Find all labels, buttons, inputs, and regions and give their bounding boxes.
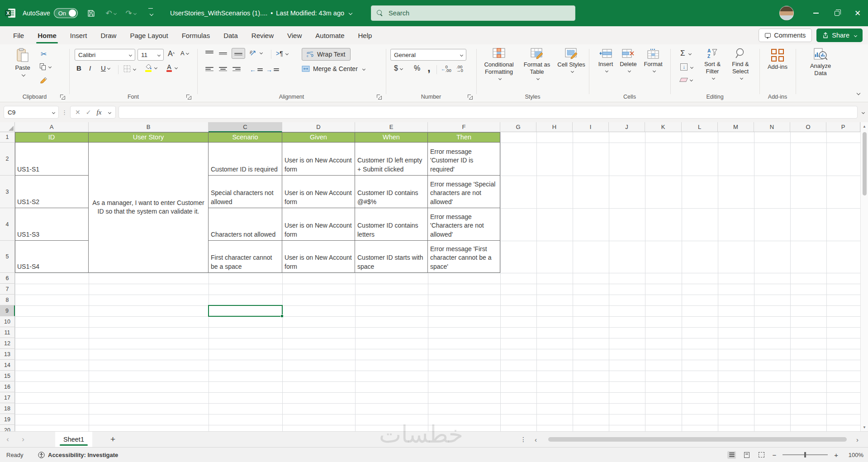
enter-icon[interactable]: ✓: [86, 109, 91, 116]
cancel-icon[interactable]: ✕: [75, 109, 81, 116]
align-bottom-icon[interactable]: [232, 48, 245, 59]
sheet-tab-sheet1[interactable]: Sheet1: [55, 432, 92, 447]
alignment-dialog-launcher-icon[interactable]: [376, 94, 382, 100]
row-header-19[interactable]: 19: [0, 414, 15, 425]
prev-sheet-icon[interactable]: ‹: [0, 435, 15, 444]
tab-draw[interactable]: Draw: [94, 26, 123, 44]
row-header-9[interactable]: 9: [0, 305, 15, 316]
cell-styles-button[interactable]: Cell Styles: [557, 48, 586, 72]
status-mode[interactable]: Ready: [6, 452, 31, 458]
currency-icon[interactable]: $: [394, 64, 403, 72]
sheetbar-menu-icon[interactable]: ⋮: [520, 436, 526, 443]
row-header-18[interactable]: 18: [0, 403, 15, 414]
borders-icon[interactable]: [123, 65, 136, 72]
increase-font-size-icon[interactable]: A^: [168, 50, 175, 58]
hscroll-right-icon[interactable]: ›: [856, 436, 859, 443]
zoom-slider[interactable]: [783, 454, 828, 455]
zoom-in-icon[interactable]: +: [834, 451, 838, 459]
spreadsheet-grid[interactable]: ABCDEFGHIJKLMNOP123456789101112131415161…: [0, 122, 860, 431]
text-direction-icon[interactable]: >¶: [276, 50, 288, 57]
row-header-6[interactable]: 6: [0, 273, 15, 284]
autosave-toggle[interactable]: AutoSave On: [23, 8, 78, 18]
column-header-H[interactable]: H: [536, 122, 573, 132]
cell-D5[interactable]: User is on New Account form: [282, 241, 355, 273]
cell-E3[interactable]: Customer ID contains @#$%: [355, 176, 428, 208]
number-format-select[interactable]: General: [390, 49, 466, 61]
row-header-16[interactable]: 16: [0, 381, 15, 392]
font-dialog-launcher-icon[interactable]: [186, 94, 191, 100]
search-input[interactable]: [388, 9, 569, 17]
tab-review[interactable]: Review: [245, 26, 280, 44]
scroll-down-icon[interactable]: ▼: [863, 425, 866, 429]
decrease-indent-icon[interactable]: ←: [250, 66, 263, 73]
insert-function-icon[interactable]: fx: [96, 109, 101, 116]
tab-home[interactable]: Home: [31, 26, 63, 44]
customize-quick-access-icon[interactable]: [144, 6, 157, 20]
tab-help[interactable]: Help: [351, 26, 379, 44]
cell-D4[interactable]: User is on New Account form: [282, 208, 355, 241]
cell-D2[interactable]: User is on New Account form: [282, 143, 355, 176]
formula-input[interactable]: [119, 106, 858, 119]
conditional-formatting-button[interactable]: Conditional Formatting: [481, 48, 517, 80]
restore-button[interactable]: [826, 0, 847, 26]
horizontal-scroll-thumb[interactable]: [548, 437, 847, 442]
save-icon[interactable]: [84, 6, 98, 20]
delete-cells-button[interactable]: Delete: [617, 49, 640, 72]
add-sheet-button[interactable]: +: [110, 434, 115, 444]
bold-button[interactable]: B: [76, 64, 81, 72]
fill-handle[interactable]: [280, 314, 284, 318]
tab-data[interactable]: Data: [217, 26, 245, 44]
font-size-select[interactable]: 11: [138, 49, 164, 61]
row-header-5[interactable]: 5: [0, 241, 15, 273]
cell-user-story-merged[interactable]: As a manager, I want to enter Customer I…: [89, 143, 209, 273]
row-header-12[interactable]: 12: [0, 338, 15, 349]
scroll-up-icon[interactable]: ▲: [863, 124, 866, 129]
column-header-D[interactable]: D: [282, 122, 355, 132]
cell-E5[interactable]: Customer ID starts with space: [355, 241, 428, 273]
underline-button[interactable]: U: [101, 64, 110, 72]
cell-A4[interactable]: US1-S3: [15, 208, 89, 241]
column-header-P[interactable]: P: [826, 122, 860, 132]
excel-logo-icon[interactable]: X: [5, 7, 16, 19]
cell-A2[interactable]: US1-S1: [15, 143, 89, 176]
cell-F2[interactable]: Error message 'Customer ID is required': [428, 143, 500, 176]
header-cell-scenario[interactable]: Scenario: [209, 132, 282, 143]
undo-icon[interactable]: ↶: [104, 6, 118, 20]
header-cell-user-story[interactable]: User Story: [89, 132, 209, 143]
zoom-out-icon[interactable]: −: [772, 451, 776, 459]
cell-C3[interactable]: Special characters not allowed: [209, 176, 282, 208]
wrap-text-button[interactable]: abc Wrap Text: [302, 48, 351, 61]
name-box[interactable]: C9: [4, 106, 59, 119]
row-header-15[interactable]: 15: [0, 371, 15, 381]
cut-icon[interactable]: ✂: [41, 50, 47, 58]
fx-chevron-icon[interactable]: [108, 110, 111, 114]
row-header-3[interactable]: 3: [0, 176, 15, 208]
column-header-O[interactable]: O: [790, 122, 826, 132]
cell-A5[interactable]: US1-S4: [15, 241, 89, 273]
column-header-L[interactable]: L: [682, 122, 718, 132]
accessibility-status[interactable]: Accessibility: Investigate: [38, 452, 118, 458]
row-header-7[interactable]: 7: [0, 284, 15, 295]
header-cell-when[interactable]: When: [355, 132, 428, 143]
cell-F3[interactable]: Error message 'Special characters are no…: [428, 176, 500, 208]
column-header-N[interactable]: N: [754, 122, 790, 132]
paste-button[interactable]: Paste: [11, 48, 34, 76]
header-cell-id[interactable]: ID: [15, 132, 89, 143]
close-button[interactable]: ✕: [847, 0, 868, 26]
number-dialog-launcher-icon[interactable]: [467, 94, 473, 100]
increase-decimal-icon[interactable]: ←0.00: [441, 65, 451, 72]
cell-E4[interactable]: Customer ID contains letters: [355, 208, 428, 241]
clear-eraser-icon[interactable]: [680, 78, 693, 82]
cell-E2[interactable]: Customer ID left empty + Submit clicked: [355, 143, 428, 176]
vertical-scrollbar[interactable]: ▲ ▼: [860, 122, 868, 431]
namebox-resize-handle[interactable]: ⋮: [62, 109, 67, 116]
column-header-E[interactable]: E: [355, 122, 428, 132]
clipboard-dialog-launcher-icon[interactable]: [60, 94, 65, 100]
autosum-icon[interactable]: Σ: [680, 49, 691, 58]
row-header-4[interactable]: 4: [0, 208, 15, 241]
document-title[interactable]: UserStories_WithScenarios (1).... • Last…: [170, 10, 352, 17]
orientation-icon[interactable]: ab: [250, 49, 262, 57]
zoom-level[interactable]: 100%: [844, 452, 863, 458]
cell-F5[interactable]: Error message 'First character cannot be…: [428, 241, 500, 273]
page-layout-view-icon[interactable]: [742, 451, 751, 459]
